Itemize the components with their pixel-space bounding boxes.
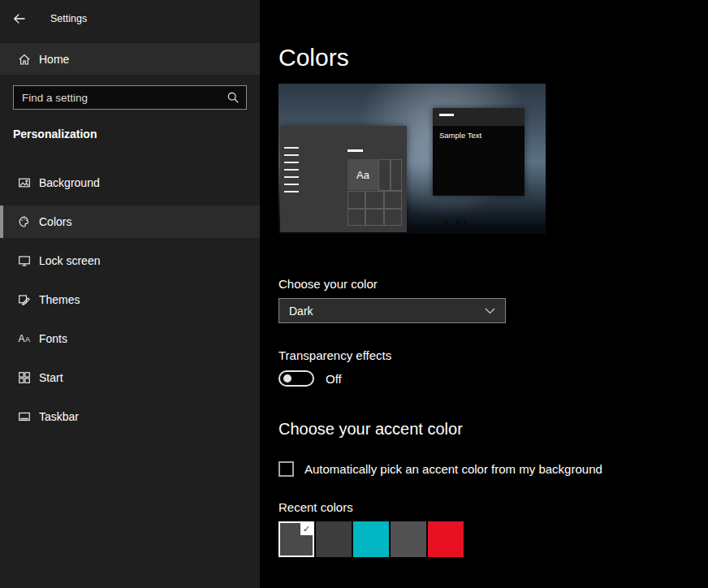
preview-figure	[456, 219, 460, 227]
search-input[interactable]	[14, 92, 220, 104]
sidebar-item-label: Background	[39, 176, 100, 189]
preview-sample-text: Sample Text	[439, 131, 481, 140]
check-icon	[300, 523, 313, 535]
preview-mini-window: Aa	[280, 126, 407, 232]
sidebar-item-lock-screen[interactable]: Lock screen	[0, 244, 260, 277]
toggle-knob	[283, 374, 291, 383]
sidebar-item-label: Colors	[39, 215, 71, 228]
fonts-icon: AA	[18, 332, 31, 345]
chevron-down-icon	[485, 308, 495, 314]
sidebar-item-label: Taskbar	[39, 410, 79, 423]
sidebar-item-label: Fonts	[39, 332, 67, 345]
page-title: Colors	[278, 44, 349, 71]
recent-colors-label: Recent colors	[278, 500, 353, 514]
auto-accent-checkbox-label: Automatically pick an accent color from …	[304, 462, 602, 476]
home-icon	[18, 53, 31, 66]
sidebar-item-start[interactable]: Start	[0, 361, 260, 394]
accent-swatch[interactable]	[391, 521, 426, 557]
sidebar: Settings Home Personalization Background	[0, 0, 260, 588]
themes-icon	[18, 293, 31, 306]
lock-screen-icon	[18, 254, 31, 267]
preview-aa-tile: Aa	[348, 159, 378, 190]
preview-nav-lines	[284, 147, 299, 192]
choose-color-label: Choose your color	[278, 277, 378, 291]
background-icon	[18, 176, 31, 189]
sidebar-item-colors[interactable]: Colors	[0, 205, 260, 238]
recent-colors-row	[278, 521, 464, 557]
sidebar-item-taskbar[interactable]: Taskbar	[0, 400, 260, 433]
window-title: Settings	[50, 13, 87, 24]
colors-icon	[18, 215, 31, 228]
preview-figure	[444, 220, 447, 227]
main-content: Colors Aa Sample Text Choose your co	[260, 0, 708, 588]
color-mode-dropdown[interactable]: Dark	[278, 298, 506, 323]
auto-accent-checkbox-row[interactable]: Automatically pick an accent color from …	[278, 461, 602, 477]
preview-sample-window: Sample Text	[433, 108, 525, 196]
transparency-toggle-row: Off	[278, 370, 342, 387]
start-icon	[18, 371, 31, 384]
toggle-state-label: Off	[326, 372, 342, 386]
transparency-toggle[interactable]	[278, 370, 314, 387]
auto-accent-checkbox[interactable]	[278, 461, 294, 477]
settings-window: Settings Home Personalization Background	[0, 0, 708, 588]
preview-title-dash	[348, 149, 363, 152]
preview-sample-titlebar	[433, 108, 525, 126]
preview-sample-dash	[439, 114, 454, 116]
svg-text:A: A	[19, 333, 25, 344]
sidebar-item-label: Start	[39, 371, 63, 384]
accent-section-heading: Choose your accent color	[278, 420, 463, 439]
accent-swatch[interactable]	[353, 521, 389, 557]
search-icon[interactable]	[220, 91, 246, 104]
sidebar-item-background[interactable]: Background	[0, 166, 260, 199]
preview-cells-right	[378, 159, 402, 191]
sidebar-item-label: Lock screen	[39, 254, 100, 267]
preview-cells-grid	[348, 191, 402, 226]
titlebar: Settings	[0, 0, 260, 37]
sidebar-nav: Background Colors Lock screen Themes	[0, 166, 260, 439]
theme-preview: Aa Sample Text	[278, 84, 546, 234]
accent-swatch[interactable]	[278, 521, 314, 557]
sidebar-item-home[interactable]: Home	[0, 43, 260, 75]
svg-text:A: A	[25, 335, 30, 344]
sidebar-item-label: Themes	[39, 293, 80, 306]
search-box	[13, 85, 247, 110]
sidebar-item-themes[interactable]: Themes	[0, 283, 260, 316]
taskbar-icon	[18, 410, 31, 423]
transparency-label: Transparency effects	[278, 348, 391, 362]
back-arrow-icon	[13, 12, 26, 25]
sidebar-item-fonts[interactable]: AA Fonts	[0, 322, 260, 355]
dropdown-selected-value: Dark	[289, 305, 313, 318]
home-label: Home	[39, 53, 69, 66]
accent-swatch[interactable]	[428, 521, 464, 557]
back-button[interactable]	[13, 12, 28, 25]
preview-figure	[464, 220, 467, 227]
sidebar-section-title: Personalization	[13, 128, 97, 141]
accent-swatch[interactable]	[316, 521, 352, 557]
